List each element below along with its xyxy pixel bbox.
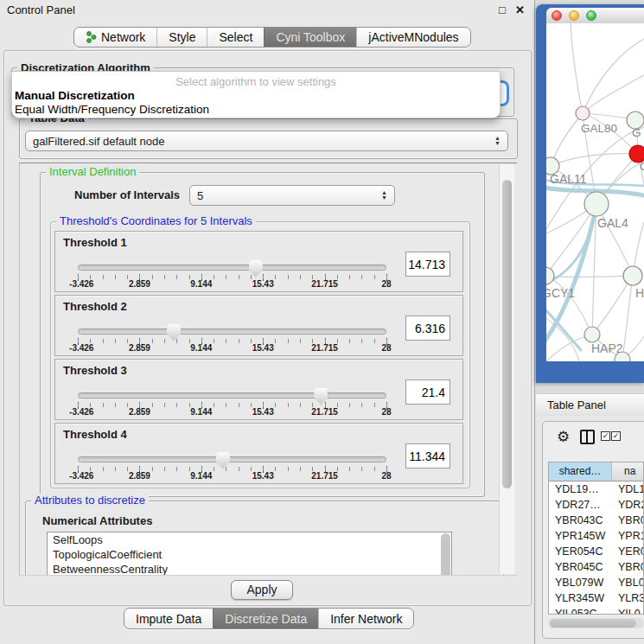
- cell-name[interactable]: YBR0: [611, 513, 643, 528]
- threshold-3-panel: Threshold 3 -3.4262.8599.14415.4321.7152…: [54, 359, 463, 420]
- tab-jactivemnodules[interactable]: jActiveMNodules: [356, 28, 469, 47]
- tab-cyni-toolbox[interactable]: Cyni Toolbox: [264, 28, 356, 47]
- cell-name[interactable]: YER0: [611, 544, 643, 559]
- attribute-list-item[interactable]: SelfLoops: [48, 532, 451, 547]
- table-row[interactable]: YBR043CYBR0: [549, 513, 643, 528]
- table-row[interactable]: YBL079WYBL0: [549, 575, 643, 590]
- network-view-window: GAL80GCGAL11GAL4GCY1HHAP2: [536, 4, 644, 383]
- tick-label: 15.43: [252, 471, 274, 481]
- tick-label: 28: [381, 343, 391, 353]
- cell-name[interactable]: YBR0: [611, 559, 643, 575]
- vertical-scrollbar-thumb[interactable]: [502, 180, 512, 488]
- cell-shared-name[interactable]: YBR045C: [549, 559, 611, 575]
- float-window-icon[interactable]: □: [499, 3, 506, 16]
- threshold-4-value-field[interactable]: [405, 443, 450, 469]
- network-node[interactable]: [576, 106, 590, 120]
- attribute-list-item[interactable]: BetweennessCentrality: [48, 562, 451, 576]
- table-rows: YDL19…YDL1YDR27…YDR2YBR043CYBR0YPR145WYP…: [549, 481, 643, 615]
- cell-name[interactable]: YDL1: [611, 481, 643, 497]
- cell-shared-name[interactable]: YPR145W: [549, 528, 611, 544]
- table-panel-header: Table Panel: [536, 393, 644, 417]
- cell-name[interactable]: YBL0: [611, 575, 643, 590]
- threshold-4-slider[interactable]: [78, 456, 386, 462]
- tab-infer-network[interactable]: Infer Network: [318, 609, 413, 628]
- threshold-3-slider[interactable]: [78, 392, 386, 399]
- node-attribute-table: shared… na YDL19…YDL1YDR27…YDR2YBR043CYB…: [548, 462, 644, 615]
- algorithm-placeholder-option[interactable]: Select algorithm to view settings: [12, 75, 500, 88]
- threshold-1-label: Threshold 1: [63, 236, 127, 249]
- tab-infer-network-label: Infer Network: [330, 612, 402, 626]
- cell-name[interactable]: YLR3: [611, 590, 643, 606]
- table-row[interactable]: YPR145WYPR1: [549, 528, 643, 544]
- number-of-intervals-combobox[interactable]: 5 ▲▼: [189, 185, 395, 206]
- option-equal-width-frequency[interactable]: Equal Width/Frequency Discretization: [15, 103, 209, 116]
- cell-shared-name[interactable]: YDR27…: [549, 497, 611, 513]
- option-manual-discretization[interactable]: Manual Discretization: [15, 89, 135, 102]
- columns-icon[interactable]: [580, 430, 595, 444]
- network-canvas[interactable]: GAL80GCGAL11GAL4GCY1HHAP2: [546, 23, 644, 361]
- gear-icon[interactable]: ⚙: [557, 430, 570, 444]
- network-node-label: H: [635, 286, 644, 300]
- threshold-2-slider[interactable]: [78, 328, 386, 335]
- network-node[interactable]: [623, 266, 642, 285]
- tick-label: 2.859: [129, 407, 150, 417]
- cell-shared-name[interactable]: YER054C: [549, 544, 611, 559]
- table-row[interactable]: YBR045CYBR0: [549, 559, 643, 575]
- horizontal-scrollbar-track[interactable]: [548, 618, 644, 628]
- mac-minimize-button[interactable]: [569, 10, 579, 21]
- cell-shared-name[interactable]: YDL19…: [549, 481, 611, 497]
- vertical-scrollbar-track[interactable]: [499, 164, 514, 574]
- table-row[interactable]: YER054CYER0: [549, 544, 643, 559]
- column-header-name[interactable]: na: [612, 462, 643, 481]
- network-node[interactable]: [584, 192, 609, 216]
- tick-label: 28: [381, 279, 391, 289]
- mac-zoom-button[interactable]: [586, 10, 596, 21]
- tick-label: 21.715: [311, 279, 338, 289]
- cell-name[interactable]: YDR2: [611, 497, 643, 513]
- cell-name[interactable]: YIL0: [611, 606, 643, 615]
- tick-label: 9.144: [190, 343, 212, 353]
- column-header-shared-name[interactable]: shared…: [549, 462, 612, 481]
- checkbox-icon[interactable]: ✓: [611, 431, 621, 441]
- horizontal-scrollbar-thumb[interactable]: [550, 619, 636, 628]
- tab-select[interactable]: Select: [207, 28, 264, 47]
- apply-button[interactable]: Apply: [231, 580, 293, 600]
- network-node[interactable]: [584, 327, 600, 342]
- attribute-list-item[interactable]: TopologicalCoefficient: [48, 547, 451, 562]
- tab-network-label: Network: [101, 30, 145, 44]
- list-scrollbar-thumb[interactable]: [441, 533, 450, 576]
- threshold-2-value-field[interactable]: [405, 316, 450, 341]
- tick-label: 21.715: [311, 407, 338, 417]
- tab-impute-data-label: Impute Data: [136, 612, 201, 626]
- tick-label: -3.426: [69, 407, 93, 417]
- table-row[interactable]: YIL053CYIL0: [549, 606, 643, 615]
- threshold-3-value-field[interactable]: [405, 379, 450, 405]
- tick-label: 28: [381, 471, 391, 481]
- mac-close-button[interactable]: [552, 10, 562, 21]
- close-window-icon[interactable]: ✕: [515, 3, 525, 16]
- cell-shared-name[interactable]: YIL053C: [549, 606, 611, 615]
- tab-style[interactable]: Style: [156, 28, 207, 47]
- network-node-label: G: [632, 126, 641, 139]
- table-data-group: Table Data galFiltered.sif default node …: [19, 118, 518, 159]
- network-node[interactable]: [546, 267, 554, 284]
- table-row[interactable]: YDL19…YDL1: [549, 481, 643, 497]
- table-row[interactable]: YLR345WYLR3: [549, 590, 643, 606]
- tab-network[interactable]: Network: [74, 28, 156, 47]
- tab-impute-data[interactable]: Impute Data: [124, 609, 213, 628]
- tick-label: -3.426: [69, 471, 93, 481]
- threshold-1-slider[interactable]: [78, 265, 386, 271]
- table-data-combobox[interactable]: galFiltered.sif default node ▲▼: [25, 131, 508, 151]
- cell-name[interactable]: YPR1: [611, 528, 643, 544]
- cell-shared-name[interactable]: YLR345W: [549, 590, 611, 606]
- screen: Control Panel □ ✕ Network Style Select: [0, 0, 644, 644]
- checkbox-icon[interactable]: ✓: [601, 431, 610, 441]
- tab-discretize-data[interactable]: Discretize Data: [213, 609, 318, 628]
- control-panel-tabbar: Network Style Select Cyni Toolbox jActiv…: [73, 27, 471, 48]
- table-row[interactable]: YDR27…YDR2: [549, 497, 643, 513]
- cell-shared-name[interactable]: YBR043C: [549, 513, 611, 528]
- numerical-attributes-list[interactable]: SelfLoopsTopologicalCoefficientBetweenne…: [47, 532, 452, 576]
- threshold-1-value-field[interactable]: [405, 252, 450, 277]
- tick-label: 9.144: [190, 279, 212, 289]
- cell-shared-name[interactable]: YBL079W: [549, 575, 611, 590]
